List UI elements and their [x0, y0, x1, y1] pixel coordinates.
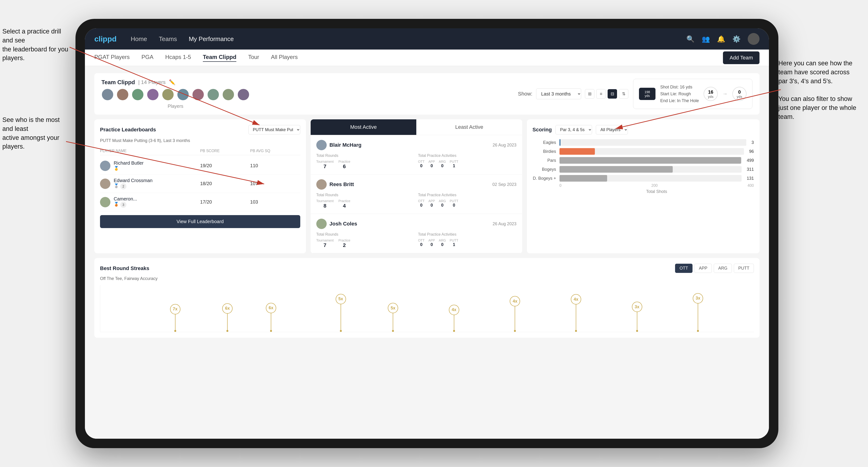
filter-arg[interactable]: ARG [714, 264, 732, 273]
card-view-btn[interactable]: ⊟ [608, 89, 617, 99]
arg-3: ARG 0 [439, 239, 446, 247]
player-filter[interactable]: All Players [596, 125, 628, 134]
bar-track [559, 148, 744, 155]
player-avatar-1[interactable] [101, 88, 114, 101]
list-item: 5x [336, 294, 346, 332]
streak-circle: 4x [510, 296, 520, 306]
total-rounds-label-2: Total Rounds [316, 193, 415, 197]
col-player-name: PLAYER NAME [100, 149, 200, 153]
player-avatar-3[interactable] [132, 88, 144, 101]
streaks-filters: OTT APP ARG PUTT [675, 264, 754, 273]
bar-fill [559, 175, 607, 182]
shot-info-card: 198 yds Shot Dist: 16 yds Start Lie: Rou… [633, 79, 752, 109]
three-cols: Practice Leaderboards PUTT Must Make Put… [94, 119, 760, 253]
ipad-screen: clippd Home Teams My Performance 🔍 👥 🔔 ⚙… [85, 28, 769, 439]
table-header: PLAYER NAME PB SCORE PB AVG SQ [100, 147, 300, 155]
ott-1: OTT 0 [418, 160, 425, 168]
grid-view-btn[interactable]: ⊞ [585, 89, 594, 99]
subnav-all-players[interactable]: All Players [271, 54, 298, 62]
player-avatar-7[interactable] [192, 88, 204, 101]
activity-avatar-2 [316, 179, 327, 190]
player-avatar-9[interactable] [222, 88, 235, 101]
total-rounds-group-1: Total Rounds Tournament 7 Practice 6 [316, 154, 415, 169]
list-item: 4x [571, 294, 581, 332]
streak-line [698, 304, 698, 330]
streak-dot [270, 330, 272, 332]
activity-player-name-2: Rees Britt [330, 181, 354, 187]
list-view-btn[interactable]: ≡ [596, 89, 606, 99]
streak-circle: 4x [571, 294, 581, 305]
subnav-pgat[interactable]: PGAT Players [94, 54, 130, 62]
app-1: APP 0 [428, 160, 435, 168]
player-avatar-8[interactable] [207, 88, 219, 101]
bell-icon[interactable]: 🔔 [717, 35, 725, 43]
player-avatar-4[interactable] [147, 88, 159, 101]
tournament-label-1: Tournament [316, 160, 334, 163]
leaderboard-subtitle: PUTT Must Make Putting (3-6 ft), Last 3 … [100, 138, 300, 143]
tab-most-active[interactable]: Most Active [311, 119, 416, 135]
tournament-col-3: Tournament 7 [316, 239, 334, 248]
activity-player-info-2: Rees Britt [316, 179, 354, 190]
edit-icon[interactable]: ✏️ [169, 79, 175, 85]
stat-values-3: Tournament 7 Practice 2 [316, 239, 415, 248]
nav-performance[interactable]: My Performance [189, 35, 234, 43]
activity-avatar-1 [316, 140, 327, 150]
nav-teams[interactable]: Teams [159, 35, 177, 43]
app-2: APP 0 [428, 199, 435, 208]
subnav-pga[interactable]: PGA [142, 54, 154, 62]
filter-btn[interactable]: ⇅ [619, 89, 628, 99]
filter-putt[interactable]: PUTT [734, 264, 754, 273]
user-avatar[interactable] [748, 33, 760, 45]
view-full-leaderboard-button[interactable]: View Full Leaderboard [100, 215, 300, 228]
subnav-tour[interactable]: Tour [248, 54, 259, 62]
filter-app[interactable]: APP [694, 264, 712, 273]
streak-circle: 4x [449, 305, 459, 315]
player-name-3: Cameron... [114, 196, 137, 201]
add-team-button[interactable]: Add Team [723, 52, 760, 64]
drill-select[interactable]: PUTT Must Make Putt... [248, 125, 300, 134]
table-row: Edward Crossman 🥈 2 18/20 107 [100, 175, 300, 193]
show-select[interactable]: Last 3 months Last 6 months Last 12 mont… [536, 88, 581, 99]
putt-2: PUTT 0 [450, 199, 459, 208]
filter-ott[interactable]: OTT [675, 264, 692, 273]
bar-row: Birdies 96 [533, 148, 754, 155]
end-yds-circle: 0 yds [733, 87, 747, 101]
activity-player-info-3: Josh Coles [316, 219, 357, 229]
rank-2: 2 [120, 183, 126, 189]
activity-date-1: 26 Aug 2023 [493, 143, 516, 148]
users-icon[interactable]: 👥 [702, 35, 710, 43]
leaderboard-title: Practice Leaderboards [100, 127, 156, 133]
score-3: 17/20 [200, 199, 250, 205]
practice-col-3: Practice 2 [338, 239, 350, 248]
tournament-col-2: Tournament 8 [316, 199, 334, 209]
x-label-200: 200 [651, 184, 658, 188]
player-avatar-2[interactable] [117, 88, 129, 101]
team-title: Team Clippd [101, 79, 135, 86]
nav-home[interactable]: Home [131, 35, 147, 43]
tab-least-active[interactable]: Least Active [416, 119, 522, 135]
player-avatar-sm-3 [100, 197, 111, 207]
search-icon[interactable]: 🔍 [686, 35, 695, 43]
annotation-1: Select a practice drill and see the lead… [2, 27, 71, 63]
activity-tabs: Most Active Least Active [311, 119, 522, 135]
subnav-hcaps[interactable]: Hcaps 1-5 [165, 54, 191, 62]
player-avatar-5[interactable] [162, 88, 174, 101]
subnav-team-clippd[interactable]: Team Clippd [203, 54, 236, 62]
list-item: 4x [449, 305, 459, 332]
shot-dist-text: Shot Dist: 16 yds [660, 84, 699, 91]
bar-chart: Eagles 3 Birdies 96 Pars 499 Bogeys [533, 139, 754, 182]
medal-1: 🥇 [114, 166, 119, 171]
bar-label: Birdies [533, 149, 556, 154]
table-row: Cameron... 🥉 3 17/20 103 [100, 193, 300, 211]
navbar: clippd Home Teams My Performance 🔍 👥 🔔 ⚙… [85, 28, 769, 50]
streak-circle: 5x [388, 303, 398, 313]
nav-links: Home Teams My Performance [131, 35, 686, 43]
par-filter[interactable]: Par 3, 4 & 5s [555, 125, 592, 134]
annotation-2: See who is the most and leastactive amon… [2, 116, 66, 151]
streak-circle: 7x [170, 304, 181, 314]
settings-icon[interactable]: ⚙️ [733, 35, 741, 43]
player-avatar-6[interactable] [177, 88, 189, 101]
player-avatar-10[interactable] [237, 88, 250, 101]
activity-player-info-1: Blair McHarg [316, 140, 362, 150]
activity-player-name-1: Blair McHarg [330, 142, 362, 148]
